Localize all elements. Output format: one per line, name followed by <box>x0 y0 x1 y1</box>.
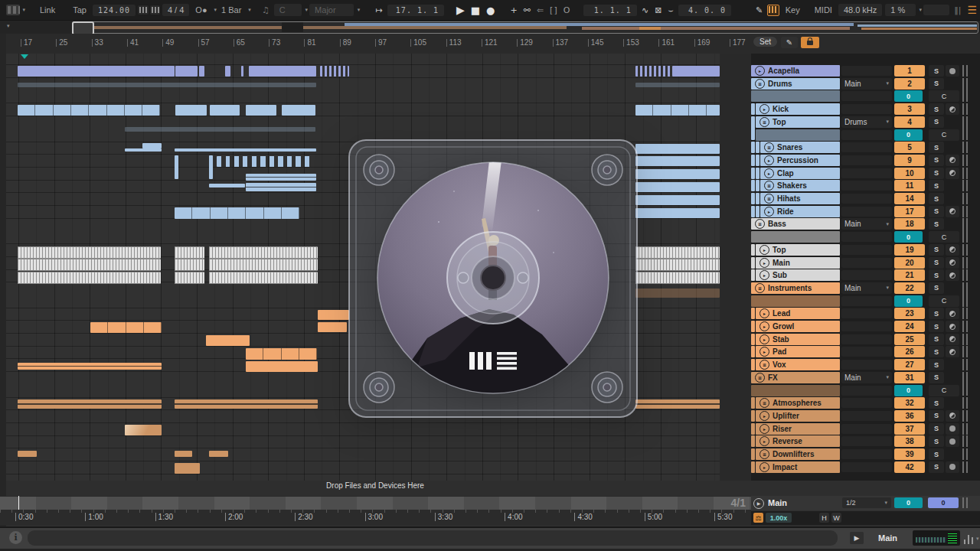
arm-button[interactable] <box>946 435 959 447</box>
solo-button[interactable]: S <box>929 116 944 128</box>
main-pan-value[interactable]: 0 <box>928 497 959 508</box>
track-header-top[interactable]: ≡Top <box>756 116 840 128</box>
track-header-acapella[interactable]: ▸Acapella <box>751 65 840 77</box>
track-number[interactable]: 22 <box>894 282 925 294</box>
solo-button[interactable]: S <box>929 180 944 191</box>
arrangement-clip[interactable] <box>635 195 720 205</box>
solo-button[interactable]: S <box>929 359 944 370</box>
freeze-indicator[interactable] <box>946 346 959 357</box>
arrangement-clip[interactable] <box>175 246 204 259</box>
arrangement-clip[interactable] <box>635 105 720 116</box>
playback-start-marker[interactable] <box>21 54 28 59</box>
device-slot[interactable] <box>841 270 892 280</box>
loop-button[interactable]: O <box>560 4 573 17</box>
arrangement-clip[interactable] <box>175 451 192 457</box>
track-header-impact[interactable]: ▸Impact <box>756 461 840 473</box>
arrangement-clip[interactable] <box>18 259 161 271</box>
track-number[interactable]: 19 <box>894 244 925 256</box>
track-header-main[interactable]: ▸Main <box>756 257 840 269</box>
track-number[interactable]: 1 <box>894 65 925 77</box>
track-number[interactable]: 42 <box>894 461 925 473</box>
arrangement-clip[interactable] <box>246 105 276 116</box>
arrangement-clip[interactable] <box>635 208 720 218</box>
arrangement-clip[interactable] <box>210 105 240 116</box>
height-zoom-button[interactable]: H <box>819 513 829 523</box>
arrangement-clip[interactable] <box>18 105 160 116</box>
set-locator-button[interactable]: Set <box>753 37 777 47</box>
solo-button[interactable]: S <box>929 155 944 166</box>
fade-curve-icon[interactable]: ∿ <box>639 4 652 17</box>
output-routing-menu[interactable]: Main▾ <box>841 78 892 90</box>
arrangement-clip[interactable] <box>320 66 349 77</box>
scrub-strip[interactable] <box>0 496 751 510</box>
arrangement-clip[interactable] <box>672 66 720 77</box>
track-header-clap[interactable]: ▸Clap <box>760 168 840 179</box>
arrangement-clip[interactable] <box>282 105 315 116</box>
solo-button[interactable]: S <box>929 410 944 422</box>
arrangement-clip[interactable] <box>246 174 316 181</box>
solo-button[interactable]: S <box>929 257 944 269</box>
loop-brace-icon[interactable]: ⊠ <box>652 4 665 17</box>
device-slot[interactable] <box>841 308 892 318</box>
device-slot[interactable] <box>841 142 892 152</box>
track-number[interactable]: 24 <box>894 321 925 332</box>
track-header-hihats[interactable]: ≡Hihats <box>760 193 840 204</box>
freeze-indicator[interactable] <box>946 206 959 217</box>
track-number[interactable]: 17 <box>894 206 925 217</box>
arrangement-clip[interactable] <box>175 105 207 116</box>
device-slot[interactable] <box>841 168 892 178</box>
track-header-riser[interactable]: ▸Riser <box>756 423 840 435</box>
solo-button[interactable]: S <box>929 435 944 447</box>
quantization-menu[interactable]: 1 Bar <box>217 4 245 16</box>
automation-arm-button[interactable]: ⚯ <box>521 4 534 17</box>
arrangement-clip[interactable] <box>635 169 720 179</box>
arrangement-clip[interactable] <box>209 451 228 457</box>
device-thumbnail[interactable] <box>913 530 960 546</box>
track-number[interactable]: 2 <box>894 78 925 90</box>
key-map-button[interactable]: Key <box>782 4 804 16</box>
solo-button[interactable]: S <box>929 65 944 77</box>
freeze-indicator[interactable] <box>946 244 959 256</box>
track-header-pad[interactable]: ▸Pad <box>756 346 840 357</box>
track-number[interactable]: 38 <box>894 435 925 447</box>
device-slot[interactable] <box>841 398 892 408</box>
output-meter-icon[interactable] <box>963 533 974 547</box>
arrangement-clip[interactable] <box>175 463 200 474</box>
track-number[interactable]: 20 <box>894 257 925 269</box>
arrangement-clip[interactable] <box>246 183 316 191</box>
draw-mode-button[interactable]: ✎ <box>753 4 766 17</box>
arrangement-clip[interactable] <box>246 361 318 372</box>
preview-play-button[interactable]: ▶ <box>850 532 864 544</box>
device-slot[interactable] <box>841 155 892 165</box>
freeze-indicator[interactable] <box>946 269 959 281</box>
main-track-name[interactable]: Main <box>768 498 787 507</box>
info-icon[interactable]: i <box>9 531 22 544</box>
arrangement-clip[interactable] <box>635 182 720 192</box>
device-slot[interactable] <box>841 232 892 242</box>
device-slot[interactable] <box>841 91 892 101</box>
solo-button[interactable]: S <box>929 308 944 319</box>
arrangement-clip[interactable] <box>90 322 162 333</box>
device-slot[interactable] <box>841 258 892 268</box>
arm-button[interactable] <box>946 461 959 473</box>
arrangement-clip[interactable] <box>175 272 204 284</box>
app-view-caret-icon[interactable]: ▾ <box>22 7 25 13</box>
track-number[interactable]: 3 <box>894 103 925 115</box>
arrangement-clip[interactable] <box>209 272 318 284</box>
track-number[interactable]: 11 <box>894 180 925 191</box>
main-grid-menu[interactable]: 1/2▾ <box>842 497 891 508</box>
freeze-indicator[interactable] <box>946 155 959 166</box>
loop-start-field[interactable]: 1. 1. 1 <box>583 5 636 16</box>
freeze-indicator[interactable] <box>946 308 959 319</box>
arrangement-clip[interactable] <box>249 66 316 77</box>
arrangement-clip[interactable] <box>635 259 720 271</box>
track-header-uplifter[interactable]: ▸Uplifter <box>756 410 840 422</box>
punch-in-button[interactable]: [ ] <box>547 4 560 17</box>
arrangement-clip[interactable] <box>175 207 299 219</box>
track-header-sub[interactable]: ▸Sub <box>756 269 840 281</box>
freeze-indicator[interactable] <box>946 321 959 332</box>
track-header-lead[interactable]: ▸Lead <box>756 308 840 319</box>
arrangement-clip[interactable] <box>175 399 318 409</box>
arrangement-clip[interactable] <box>635 144 720 154</box>
track-header-percussion[interactable]: ▸Percussion <box>760 155 840 166</box>
